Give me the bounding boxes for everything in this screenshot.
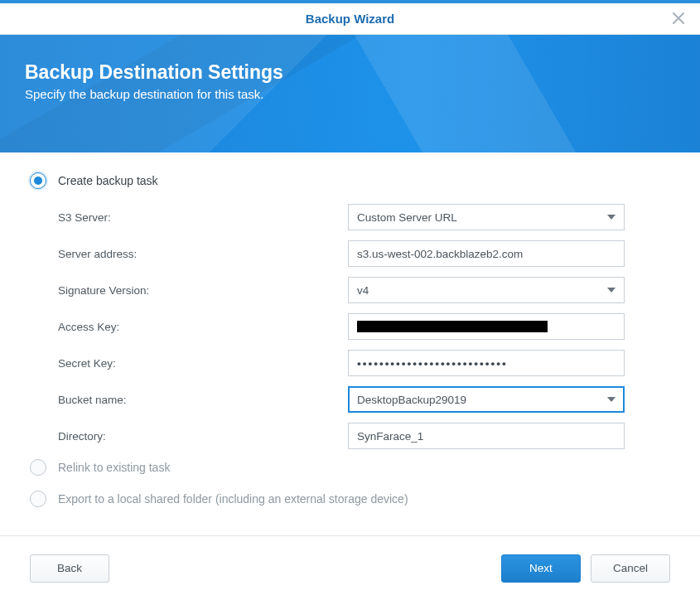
radio-icon[interactable] (30, 459, 46, 476)
bucket-name-value: DesktopBackup29019 (357, 394, 466, 406)
field-bucket-name: Bucket name: DesktopBackup29019 (58, 386, 670, 413)
option-relink[interactable]: Relink to existing task (30, 459, 670, 476)
bucket-name-select[interactable]: DesktopBackup29019 (348, 386, 625, 413)
signature-version-value: v4 (357, 284, 369, 297)
s3-server-label: S3 Server: (58, 211, 348, 224)
s3-server-value: Custom Server URL (357, 211, 457, 224)
bucket-name-label: Bucket name: (58, 394, 348, 406)
access-key-redacted (357, 321, 548, 332)
option-create-backup[interactable]: Create backup task (30, 172, 670, 189)
close-icon[interactable] (670, 10, 687, 27)
access-key-input-wrap[interactable] (348, 313, 625, 340)
secret-key-value: ••••••••••••••••••••••••••• (357, 357, 508, 370)
window-title: Backup Wizard (306, 12, 394, 26)
signature-version-select[interactable]: v4 (348, 277, 625, 303)
chevron-down-icon (607, 215, 616, 220)
directory-input-wrap[interactable] (348, 423, 625, 449)
directory-label: Directory: (58, 430, 348, 443)
field-server-address: Server address: (58, 240, 670, 267)
field-directory: Directory: (58, 423, 670, 449)
field-s3-server: S3 Server: Custom Server URL (58, 204, 670, 230)
content-area: Create backup task S3 Server: Custom Ser… (0, 152, 700, 507)
option-relink-label: Relink to existing task (58, 461, 170, 474)
secret-key-input-wrap[interactable]: ••••••••••••••••••••••••••• (348, 350, 625, 376)
banner: Backup Destination Settings Specify the … (0, 35, 700, 152)
footer: Back Next Cancel (0, 535, 700, 600)
page-heading: Backup Destination Settings (25, 61, 675, 84)
directory-input[interactable] (357, 430, 616, 443)
back-button[interactable]: Back (30, 554, 109, 583)
chevron-down-icon (607, 288, 616, 293)
radio-icon[interactable] (30, 172, 46, 189)
server-address-input[interactable] (357, 248, 616, 260)
option-create-label: Create backup task (58, 174, 158, 187)
option-export[interactable]: Export to a local shared folder (includi… (30, 491, 670, 507)
create-backup-form: S3 Server: Custom Server URL Server addr… (30, 204, 670, 449)
server-address-label: Server address: (58, 248, 348, 260)
secret-key-label: Secret Key: (58, 357, 348, 370)
title-bar: Backup Wizard (0, 3, 700, 35)
field-signature-version: Signature Version: v4 (58, 277, 670, 303)
option-export-label: Export to a local shared folder (includi… (58, 492, 408, 506)
cancel-button[interactable]: Cancel (591, 554, 670, 583)
page-subheading: Specify the backup destination for this … (25, 87, 675, 101)
server-address-input-wrap[interactable] (348, 240, 625, 267)
access-key-label: Access Key: (58, 321, 348, 333)
next-button[interactable]: Next (501, 554, 581, 583)
field-secret-key: Secret Key: ••••••••••••••••••••••••••• (58, 350, 670, 376)
chevron-down-icon (607, 397, 616, 402)
signature-version-label: Signature Version: (58, 284, 348, 297)
s3-server-select[interactable]: Custom Server URL (348, 204, 625, 230)
radio-icon[interactable] (30, 491, 46, 507)
field-access-key: Access Key: (58, 313, 670, 340)
